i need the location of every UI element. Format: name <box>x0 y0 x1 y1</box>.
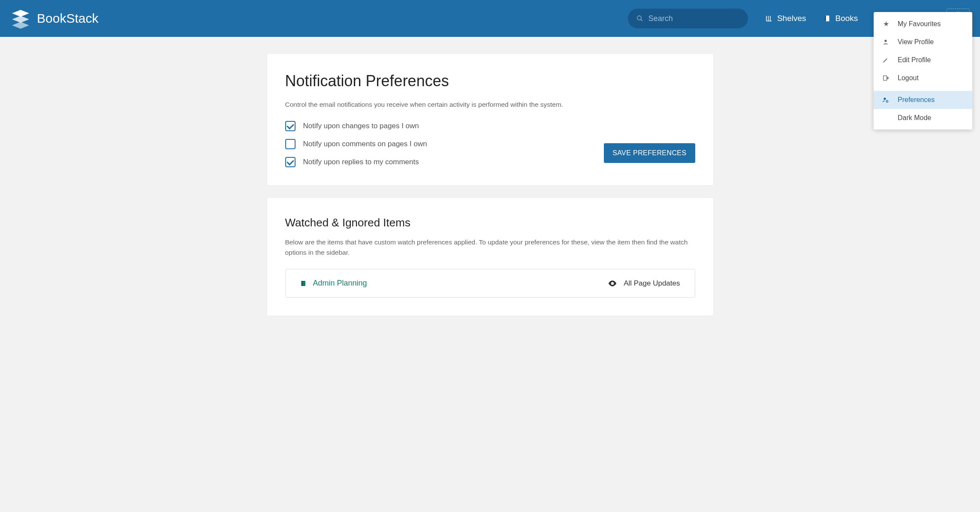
star-icon: ★ <box>882 20 890 28</box>
menu-view-profile-label: View Profile <box>898 38 934 46</box>
checkbox-replies[interactable] <box>285 157 296 167</box>
watched-desc: Below are the items that have custom wat… <box>285 237 695 258</box>
notify-option: Notify upon changes to pages I own <box>285 121 695 131</box>
watched-title: Watched & Ignored Items <box>285 216 695 229</box>
menu-favourites-label: My Favourites <box>898 20 941 28</box>
eye-icon <box>608 280 617 286</box>
person-icon <box>882 39 890 45</box>
book-icon <box>300 280 307 287</box>
bookstack-logo-icon <box>10 8 31 29</box>
watched-items-card: Watched & Ignored Items Below are the it… <box>267 198 713 316</box>
menu-logout[interactable]: Logout <box>874 69 972 87</box>
menu-logout-label: Logout <box>898 74 919 82</box>
menu-preferences-label: Preferences <box>898 96 935 104</box>
app-name: BookStack <box>37 11 98 26</box>
user-dropdown: ★ My Favourites View Profile Edit Profil… <box>874 12 972 130</box>
checkbox-comments-own-label: Notify upon comments on pages I own <box>303 140 427 148</box>
app-header: BookStack Shelves Books Settings <box>0 0 980 37</box>
search-box[interactable] <box>628 9 748 28</box>
menu-edit-profile-label: Edit Profile <box>898 56 931 64</box>
svg-point-3 <box>637 16 641 20</box>
user-gear-icon <box>882 96 890 103</box>
svg-point-8 <box>884 40 887 42</box>
watched-item-right: All Page Updates <box>608 279 680 288</box>
menu-edit-profile[interactable]: Edit Profile <box>874 51 972 69</box>
logo-area[interactable]: BookStack <box>10 8 98 29</box>
menu-favourites[interactable]: ★ My Favourites <box>874 15 972 33</box>
pencil-icon <box>882 57 890 63</box>
checkbox-pages-own[interactable] <box>285 121 296 131</box>
moon-icon <box>882 114 890 121</box>
svg-rect-13 <box>301 281 302 286</box>
checkbox-pages-own-label: Notify upon changes to pages I own <box>303 122 419 130</box>
nav-shelves[interactable]: Shelves <box>765 14 806 23</box>
search-input[interactable] <box>648 14 739 23</box>
svg-marker-0 <box>12 10 29 17</box>
svg-rect-6 <box>825 15 826 21</box>
logout-icon <box>882 75 890 81</box>
menu-view-profile[interactable]: View Profile <box>874 33 972 51</box>
svg-marker-1 <box>12 16 29 23</box>
watched-item-status: All Page Updates <box>624 279 680 288</box>
menu-dark-mode-label: Dark Mode <box>898 114 931 122</box>
watched-item-left: Admin Planning <box>300 279 367 288</box>
checkbox-replies-label: Notify upon replies to my comments <box>303 158 419 166</box>
nav-shelves-label: Shelves <box>777 14 806 23</box>
svg-point-10 <box>884 98 886 100</box>
main-content: Notification Preferences Control the ema… <box>267 54 713 316</box>
svg-marker-2 <box>12 22 29 29</box>
watched-item-row[interactable]: Admin Planning All Page Updates <box>285 269 695 298</box>
menu-dark-mode[interactable]: Dark Mode <box>874 109 972 127</box>
page-title: Notification Preferences <box>285 72 695 90</box>
svg-line-4 <box>641 19 642 21</box>
checkbox-comments-own[interactable] <box>285 139 296 149</box>
nav-books-label: Books <box>835 14 858 23</box>
menu-preferences[interactable]: Preferences <box>874 91 972 109</box>
nav-books[interactable]: Books <box>823 14 858 23</box>
books-icon <box>823 15 831 22</box>
notification-prefs-card: Notification Preferences Control the ema… <box>267 54 713 185</box>
menu-separator <box>874 89 972 89</box>
save-preferences-button[interactable]: SAVE PREFERENCES <box>604 143 695 163</box>
notification-prefs-desc: Control the email notifications you rece… <box>285 99 695 110</box>
search-area <box>628 9 748 28</box>
watched-item-name[interactable]: Admin Planning <box>313 279 367 288</box>
search-icon <box>636 15 643 22</box>
shelves-icon <box>765 15 773 22</box>
svg-point-11 <box>886 100 888 102</box>
